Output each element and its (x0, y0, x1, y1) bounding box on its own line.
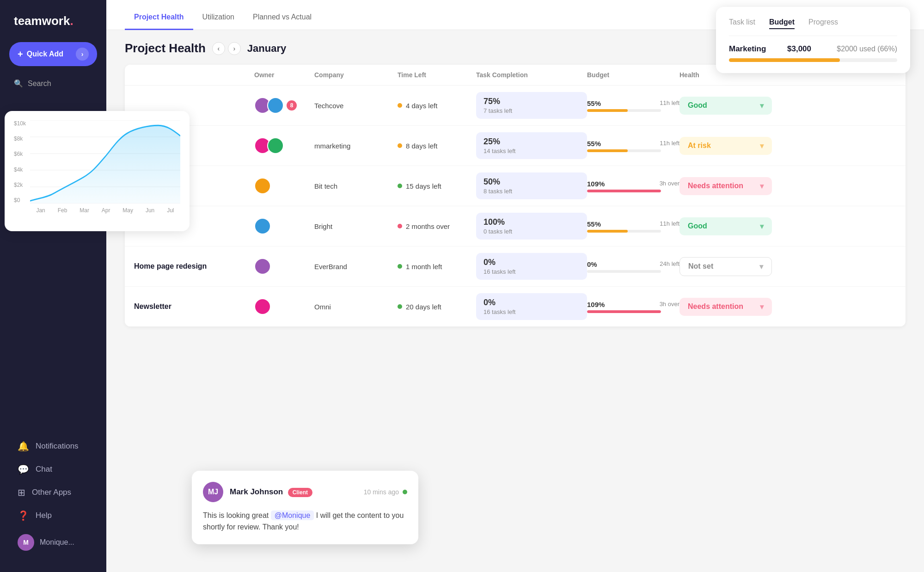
tooltip-tab-tasklist[interactable]: Task list (729, 18, 755, 29)
prev-month-button[interactable]: ‹ (212, 42, 225, 55)
next-month-button[interactable]: › (228, 42, 241, 55)
help-icon: ❓ (18, 510, 29, 521)
col-owner: Owner (254, 71, 314, 79)
chart-area: $10k $8k $6k $4k $2k $0 (14, 120, 180, 203)
health-badge-2[interactable]: Needs attention ▾ (679, 177, 772, 195)
health-badge-1[interactable]: At risk ▾ (679, 137, 772, 155)
tab-utilization[interactable]: Utilization (193, 8, 244, 30)
avatar-5-0 (254, 298, 271, 315)
task-completion-3: 100% 0 tasks left (476, 213, 587, 240)
health-badge-5[interactable]: Needs attention ▾ (679, 298, 772, 316)
user-name: Monique... (40, 538, 74, 547)
table-row: 8 Techcove 4 days left 75% 7 tasks left … (125, 86, 906, 126)
quick-add-button[interactable]: + Quick Add › (9, 42, 97, 66)
time-dot-5 (398, 304, 402, 309)
budget-cell-2: 109% 3h over (587, 180, 679, 192)
sidebar-item-help[interactable]: ❓ Help (4, 504, 103, 527)
budget-cell-3: 55% 11h left (587, 220, 679, 233)
chart-svg (30, 120, 180, 203)
health-badge-4[interactable]: Not set ▾ (679, 257, 772, 276)
budget-top-0: 55% 11h left (587, 99, 679, 107)
company-5: Omni (314, 303, 398, 311)
progress-fill-1 (587, 149, 628, 152)
chart-x-labels: Jan Feb Mar Apr May Jun Jul (14, 207, 180, 214)
progress-bar-5 (587, 310, 661, 313)
sidebar-item-notifications[interactable]: 🔔 Notifications (4, 435, 103, 457)
owner-cell-3 (254, 218, 314, 234)
tooltip-used: $2000 used (66%) (837, 45, 897, 53)
logo: teamwork. (0, 9, 106, 42)
company-2: Bit tech (314, 182, 398, 190)
chat-sender-name: Mark Johnson (230, 487, 283, 496)
online-indicator (403, 490, 407, 494)
budget-cell-5: 109% 3h over (587, 301, 679, 313)
company-0: Techcove (314, 102, 398, 110)
table-row: mmarketing 8 days left 25% 14 tasks left… (125, 126, 906, 166)
task-completion-4: 0% 16 tasks left (476, 253, 587, 280)
avatar-2-0 (254, 178, 271, 194)
chat-message: This is looking great @Monique I will ge… (203, 510, 407, 533)
task-pct-0: 75% (483, 97, 580, 106)
table-row: Bit tech 15 days left 50% 8 tasks left 1… (125, 166, 906, 206)
time-dot-1 (398, 143, 402, 148)
company-4: EverBrand (314, 263, 398, 271)
project-health-table: Owner Company Time Left Task Completion … (125, 65, 906, 326)
tab-planned-vs-actual[interactable]: Planned vs Actual (244, 8, 321, 30)
budget-cell-1: 55% 11h left (587, 140, 679, 152)
owner-cell-0: 8 (254, 97, 314, 114)
time-left-4: 1 month left (398, 263, 476, 271)
budget-pct-0: 55% (587, 99, 601, 107)
task-sub-5: 16 tasks left (483, 308, 580, 315)
sidebar-item-other-apps[interactable]: ⊞ Other Apps (4, 481, 103, 504)
progress-fill-3 (587, 230, 628, 233)
budget-right-0: 11h left (660, 99, 679, 107)
budget-top-4: 0% 24h left (587, 260, 679, 268)
health-badge-0[interactable]: Good ▾ (679, 97, 772, 115)
sidebar-bottom: 🔔 Notifications 💬 Chat ⊞ Other Apps ❓ He… (0, 434, 106, 563)
tooltip-progress-bar (729, 58, 897, 62)
tab-utilization-label: Utilization (202, 13, 234, 21)
task-pct-5: 0% (483, 298, 580, 308)
search-bar[interactable]: 🔍 Search (0, 75, 106, 92)
chat-avatar: MJ (203, 482, 223, 502)
budget-right-3: 11h left (660, 220, 679, 228)
budget-right-5: 3h over (660, 301, 679, 308)
task-sub-1: 14 tasks left (483, 148, 580, 154)
search-label: Search (28, 80, 51, 88)
owner-cell-1 (254, 137, 314, 154)
task-completion-2: 50% 8 tasks left (476, 172, 587, 199)
chat-label: Chat (36, 465, 52, 474)
col-company: Company (314, 71, 398, 79)
col-time-left: Time Left (398, 71, 476, 79)
user-profile[interactable]: M Monique... (4, 529, 103, 556)
tooltip-tab-budget[interactable]: Budget (769, 18, 795, 29)
chevron-down-icon: ▾ (760, 182, 764, 191)
time-left-0: 4 days left (398, 102, 476, 110)
task-pct-1: 25% (483, 137, 580, 147)
tooltip-project-name: Marketing (729, 44, 780, 54)
budget-top-2: 109% 3h over (587, 180, 679, 188)
project-name-5: Newsletter (134, 302, 254, 311)
grid-icon: ⊞ (18, 487, 25, 498)
avatar-1-1 (267, 137, 284, 154)
budget-right-1: 11h left (660, 140, 679, 148)
chart-y-labels: $10k $8k $6k $4k $2k $0 (14, 120, 30, 203)
tab-project-health[interactable]: Project Health (125, 8, 193, 30)
chat-popup: MJ Mark Johnson Client 10 mins ago This … (192, 471, 418, 544)
search-icon: 🔍 (14, 79, 23, 88)
time-dot-2 (398, 184, 402, 188)
time-left-2: 15 days left (398, 182, 476, 190)
company-1: mmarketing (314, 142, 398, 150)
tooltip-progress-fill (729, 58, 840, 62)
sidebar-item-chat[interactable]: 💬 Chat (4, 458, 103, 480)
avatar: M (18, 534, 34, 551)
progress-bar-3 (587, 230, 661, 233)
table-row: Brand identity Bright 2 months over 100%… (125, 206, 906, 246)
budget-pct-1: 55% (587, 140, 601, 148)
chat-icon: 💬 (18, 464, 29, 475)
tooltip-amount: $3,000 (787, 44, 811, 54)
task-completion-0: 75% 7 tasks left (476, 92, 587, 119)
tooltip-tab-progress[interactable]: Progress (808, 18, 838, 29)
task-sub-0: 7 tasks left (483, 107, 580, 114)
health-badge-3[interactable]: Good ▾ (679, 217, 772, 235)
